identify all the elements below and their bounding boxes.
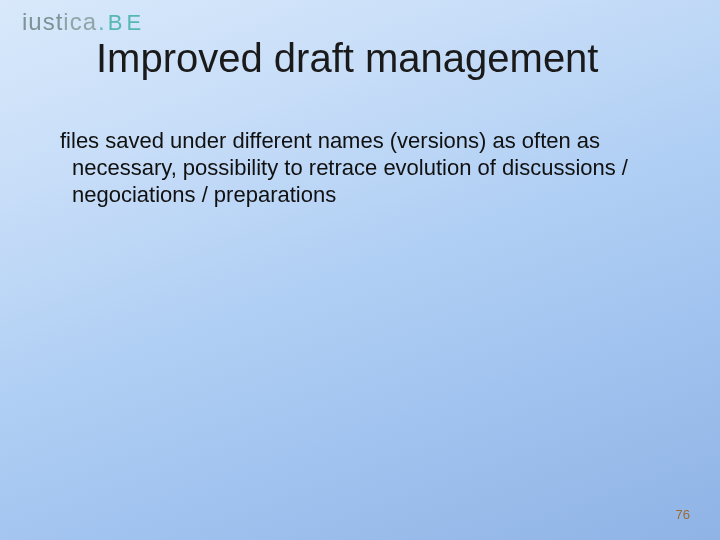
logo-suffix: BE [108, 10, 145, 35]
body-paragraph: files saved under different names (versi… [50, 128, 630, 208]
logo-dot: . [98, 8, 106, 35]
logo-text-part2: ica [63, 8, 97, 35]
slide-title: Improved draft management [96, 36, 680, 81]
page-number: 76 [676, 507, 690, 522]
logo-text-part1: iust [22, 8, 63, 35]
slide: iustica.BE Improved draft management fil… [0, 0, 720, 540]
slide-body: files saved under different names (versi… [50, 128, 630, 208]
brand-logo: iustica.BE [22, 8, 145, 36]
